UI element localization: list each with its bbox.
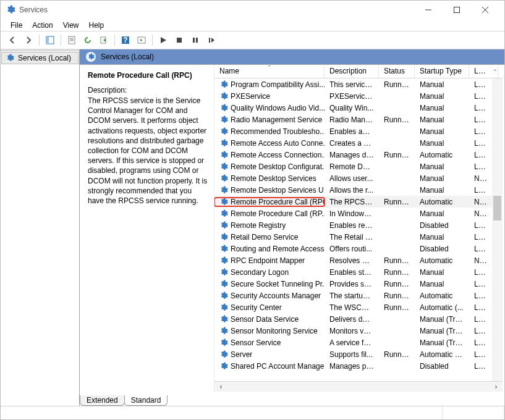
pause-service-button[interactable] <box>189 33 202 47</box>
table-row[interactable]: PXEServicePXEService ...ManualLoca <box>214 90 503 102</box>
svg-rect-2 <box>46 36 49 44</box>
table-row[interactable]: Remote Access Auto Conne...Creates a co.… <box>214 137 503 149</box>
table-row[interactable]: Remote Procedure Call (RPC)The RPCSS s..… <box>214 196 503 208</box>
window-title: Services <box>19 6 414 14</box>
table-row[interactable]: Remote Desktop Configurat...Remote Des..… <box>214 161 503 172</box>
export-button[interactable] <box>97 33 111 47</box>
title-bar: Services <box>1 1 504 19</box>
main-split: Services (Local) Services (Local) Remote… <box>1 49 504 406</box>
svg-rect-11 <box>209 38 210 43</box>
refresh-button[interactable] <box>81 33 95 47</box>
toolbar: ? <box>1 31 504 49</box>
maximize-button[interactable] <box>443 1 471 19</box>
column-headers: Name⌃ Description Status Startup Type Lo… <box>214 65 503 78</box>
description-label: Description: <box>88 86 208 94</box>
scroll-right-icon[interactable]: › <box>491 382 501 391</box>
column-startup-type[interactable]: Startup Type <box>415 65 469 78</box>
menu-action[interactable]: Action <box>27 21 57 30</box>
table-row[interactable]: Remote RegistryEnables rem...DisabledLoc… <box>214 219 503 231</box>
right-body: Remote Procedure Call (RPC) Description:… <box>80 65 504 393</box>
table-row[interactable]: Routing and Remote AccessOffers routi...… <box>214 243 503 254</box>
column-status[interactable]: Status <box>379 65 415 78</box>
table-row[interactable]: Shared PC Account ManagerManages pr...Di… <box>214 360 503 372</box>
table-row[interactable]: Security CenterThe WSCSV...RunningAutoma… <box>214 301 503 313</box>
horizontal-scrollbar[interactable]: ‹ › <box>214 381 503 392</box>
gear-icon <box>86 52 96 62</box>
table-row[interactable]: Remote Procedure Call (RP...In Windows..… <box>214 208 503 219</box>
menu-help[interactable]: Help <box>84 21 109 30</box>
table-row[interactable]: Remote Desktop Services U...Allows the r… <box>214 184 503 196</box>
start-service-button[interactable] <box>156 33 170 47</box>
column-name[interactable]: Name⌃ <box>214 65 325 78</box>
svg-rect-8 <box>177 38 182 43</box>
description-pane: Remote Procedure Call (RPC) Description:… <box>82 65 214 392</box>
help-button[interactable]: ? <box>119 33 132 47</box>
vertical-scrollbar[interactable] <box>492 78 503 381</box>
sort-asc-icon: ⌃ <box>267 65 272 70</box>
table-row[interactable]: Program Compatibility Assi...This servic… <box>214 78 503 90</box>
table-row[interactable]: Sensor ServiceA service fo...Manual (Tri… <box>214 337 503 348</box>
close-button[interactable] <box>471 1 499 19</box>
scroll-up-button[interactable]: ⌃ <box>488 65 498 78</box>
services-list: Name⌃ Description Status Startup Type Lo… <box>214 65 503 392</box>
menubar: File Action View Help <box>1 19 504 31</box>
table-row[interactable]: RPC Endpoint MapperResolves RP...Running… <box>214 254 503 266</box>
right-pane-header: Services (Local) <box>80 49 504 65</box>
minimize-button[interactable] <box>414 1 443 19</box>
table-row[interactable]: Secondary LogonEnables star...RunningMan… <box>214 266 503 278</box>
stop-service-button[interactable] <box>172 33 186 47</box>
table-row[interactable]: ServerSupports fil...RunningAutomatic (T… <box>214 348 503 360</box>
tree-node-label: Services (Local) <box>18 54 71 62</box>
tree-pane: Services (Local) <box>1 49 80 406</box>
restart-service-button[interactable] <box>205 33 218 47</box>
selected-service-title: Remote Procedure Call (RPC) <box>88 71 208 80</box>
right-pane-title: Services (Local) <box>101 52 154 61</box>
back-button[interactable] <box>6 33 19 47</box>
table-row[interactable]: Secure Socket Tunneling Pr...Provides su… <box>214 278 503 290</box>
tree-node-services-local[interactable]: Services (Local) <box>1 52 79 64</box>
service-rows: Program Compatibility Assi...This servic… <box>214 78 503 381</box>
table-row[interactable]: Quality Windows Audio Vid...Quality Win.… <box>214 102 503 114</box>
scroll-left-icon[interactable]: ‹ <box>216 382 226 391</box>
table-row[interactable]: Sensor Monitoring ServiceMonitors va...M… <box>214 325 503 337</box>
svg-rect-3 <box>69 36 75 44</box>
app-icon <box>6 5 15 15</box>
status-bar <box>1 406 504 419</box>
table-row[interactable]: Radio Management ServiceRadio Mana...Run… <box>214 114 503 125</box>
menu-view[interactable]: View <box>58 21 84 30</box>
forward-button[interactable] <box>22 33 35 47</box>
table-row[interactable]: Sensor Data ServiceDelivers dat...Manual… <box>214 313 503 325</box>
table-row[interactable]: Retail Demo ServiceThe Retail D...Manual… <box>214 231 503 243</box>
table-row[interactable]: Security Accounts ManagerThe startup ...… <box>214 290 503 301</box>
table-row[interactable]: Remote Access Connection...Manages di...… <box>214 149 503 161</box>
right-pane: Services (Local) Remote Procedure Call (… <box>80 49 504 406</box>
action-button[interactable] <box>135 33 148 47</box>
svg-rect-10 <box>196 38 198 43</box>
properties-button[interactable] <box>65 33 79 47</box>
column-description[interactable]: Description <box>325 65 379 78</box>
svg-text:?: ? <box>123 36 127 44</box>
scrollbar-thumb[interactable] <box>493 196 501 220</box>
bottom-tabs: Extended Standard <box>80 393 504 406</box>
svg-rect-0 <box>454 7 460 13</box>
menu-file[interactable]: File <box>6 21 27 30</box>
show-hide-tree-button[interactable] <box>43 33 57 47</box>
description-text: The RPCSS service is the Service Control… <box>88 96 208 206</box>
table-row[interactable]: Recommended Troublesho...Enables aut...M… <box>214 125 503 137</box>
tab-extended[interactable]: Extended <box>80 395 125 406</box>
svg-rect-9 <box>193 38 195 43</box>
column-logon-as[interactable]: Log <box>469 65 488 78</box>
tab-standard[interactable]: Standard <box>124 395 168 406</box>
table-row[interactable]: Remote Desktop ServicesAllows user...Man… <box>214 172 503 184</box>
